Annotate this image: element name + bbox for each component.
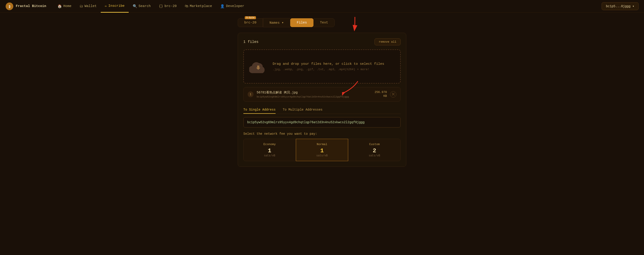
wallet-connect-button[interactable]: bc1p5...0jggg ▾ (602, 2, 638, 10)
drop-text-area: Drag and drop your files here, or click … (273, 62, 395, 71)
marketplace-icon: 🛍 (185, 4, 188, 8)
nav-home[interactable]: 🏠 Home (54, 0, 76, 13)
navbar: ₿ Fractal Bitcoin 🏠 Home 🗂 Wallet ✏️ Ins… (0, 0, 644, 13)
tab-multiple-addresses[interactable]: To Multiple Addresses (283, 106, 322, 114)
remove-icon: ✕ (391, 91, 395, 97)
fee-economy-value: 1 (246, 147, 294, 154)
cloud-upload-icon (249, 58, 267, 75)
nav-inscribe[interactable]: ✏️ Inscribe (101, 0, 129, 13)
dropzone-container: Drag and drop your files here, or click … (243, 49, 401, 84)
drop-sub-text: .jpg, .webp, .png, .gif, .txt, .mp3, .mp… (273, 68, 395, 71)
main-panel: 1 files remove all Drag and drop your fi (238, 33, 406, 167)
fee-normal-name: Normal (298, 143, 346, 146)
file-name: 56781看热点解读 拷贝.jpg (257, 91, 371, 95)
nav-brc20[interactable]: {} brc-20 (155, 0, 181, 13)
fee-economy[interactable]: Economy 1 sats/vB (243, 139, 296, 161)
panel-header: 1 files remove all (243, 38, 401, 45)
fee-label: Select the network fee you want to pay: (243, 132, 401, 136)
nav-wallet[interactable]: 🗂 Wallet (76, 0, 101, 13)
fee-economy-name: Economy (246, 143, 294, 146)
tab-brc20[interactable]: 5-byte brc-20 (238, 18, 263, 27)
fee-economy-unit: sats/vB (246, 154, 294, 157)
upload-icon-wrap (249, 58, 267, 75)
file-info: 56781看热点解读 拷贝.jpg bc1p5yw52vg69mlrs95yyx… (257, 91, 371, 98)
fee-normal-unit: sats/vB (298, 154, 346, 157)
file-number: 1 (248, 91, 254, 97)
nav-search[interactable]: 🔍 Search (129, 0, 155, 13)
fee-custom-name: Custom (350, 143, 398, 146)
search-icon: 🔍 (133, 4, 137, 9)
tab-files[interactable]: Files (290, 18, 314, 27)
remove-all-button[interactable]: remove all (374, 38, 401, 45)
drop-main-text: Drag and drop your files here, or click … (273, 62, 395, 66)
logo-icon: ₿ (6, 2, 14, 10)
recipient-address-input[interactable] (243, 117, 401, 128)
tabs-row: 5-byte brc-20 Names ▾ Files Text (238, 18, 406, 27)
tab-single-address[interactable]: To Single Address (243, 106, 276, 114)
nav-marketplace[interactable]: 🛍 Marketplace (181, 0, 216, 13)
panel-title: 1 files (243, 40, 258, 44)
wallet-icon: 🗂 (80, 4, 83, 8)
address-tabs: To Single Address To Multiple Addresses (243, 106, 401, 114)
fee-custom-value: 2 (350, 147, 398, 154)
brand-logo[interactable]: ₿ Fractal Bitcoin (6, 2, 46, 10)
main-content: 5-byte brc-20 Names ▾ Files Text (234, 13, 410, 180)
file-item: 1 56781看热点解读 拷贝.jpg bc1p5yw52vg69mlrs95y… (243, 87, 401, 102)
inscribe-icon: ✏️ (105, 4, 107, 8)
fee-normal-value: 1 (298, 147, 346, 154)
file-size: 256.970 KB (374, 91, 387, 98)
nav-developer[interactable]: 👤 Developer (216, 0, 248, 13)
brand-name: Fractal Bitcoin (16, 4, 46, 8)
tab-names[interactable]: Names ▾ (263, 18, 290, 27)
fee-custom[interactable]: Custom 2 sats/vB (348, 139, 401, 161)
file-address: bc1p5yw52vg69mlrs95yyx4gd9chqtlqp76at2d3… (257, 95, 371, 98)
file-remove-button[interactable]: ✕ (390, 91, 396, 98)
fee-options: Economy 1 sats/vB Normal 1 sats/vB Custo… (243, 139, 401, 161)
svg-text:₿: ₿ (9, 5, 10, 8)
brc20-icon: {} (159, 4, 163, 8)
tab-text[interactable]: Text (314, 18, 334, 27)
file-drop-zone[interactable]: Drag and drop your files here, or click … (243, 49, 401, 84)
home-icon: 🏠 (58, 4, 62, 9)
badge-5byte: 5-byte (245, 16, 256, 19)
fee-normal[interactable]: Normal 1 sats/vB (296, 139, 348, 161)
developer-icon: 👤 (220, 4, 225, 9)
fee-custom-unit: sats/vB (350, 154, 398, 157)
nav-items: 🏠 Home 🗂 Wallet ✏️ Inscribe 🔍 Search {} … (54, 0, 602, 13)
tabs-container: 5-byte brc-20 Names ▾ Files Text (238, 18, 406, 27)
